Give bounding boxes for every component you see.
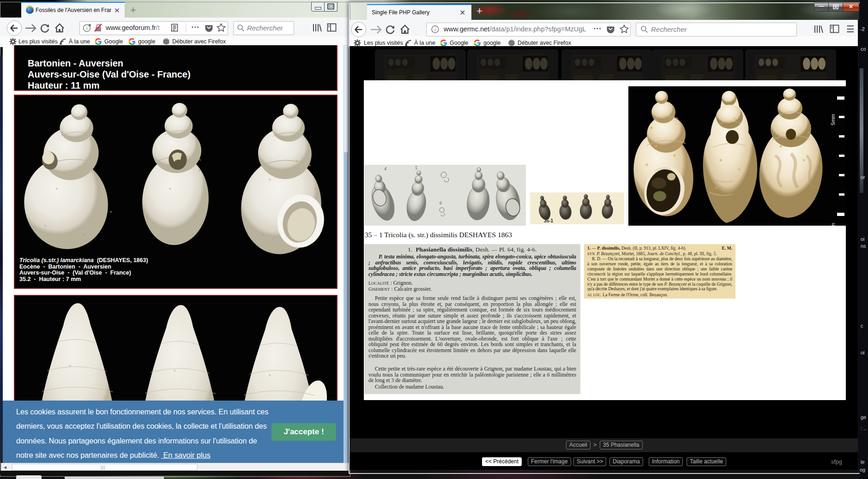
svg-text:4: 4: [384, 166, 386, 171]
svg-text:6: 6: [440, 200, 442, 205]
svg-text:35-1: 35-1: [544, 218, 553, 223]
svg-text:5: 5: [415, 165, 417, 170]
svg-text:i: i: [434, 27, 436, 32]
svg-text:0mm: 0mm: [830, 223, 836, 226]
svg-text:5mm: 5mm: [830, 114, 836, 125]
svg-text:i: i: [86, 25, 87, 31]
